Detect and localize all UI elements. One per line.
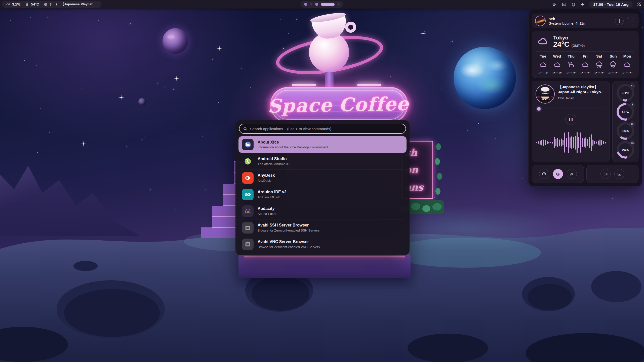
volume-icon[interactable]: [580, 2, 585, 7]
settings-button[interactable]: [615, 17, 624, 25]
power-button[interactable]: [627, 17, 635, 25]
app-icon: [242, 172, 254, 184]
forecast-day: Mon33°/26°: [620, 54, 634, 75]
workspace-indicator[interactable]: [301, 1, 343, 8]
progress-slider[interactable]: [536, 107, 606, 111]
star-sparkle: [121, 94, 122, 100]
search-bar[interactable]: [239, 124, 406, 134]
forecast-day: Tue33°/24°: [536, 54, 550, 75]
audio-visualizer: [536, 127, 606, 158]
app-row-anydesk[interactable]: AnyDeskAnyDesk: [238, 169, 407, 186]
forecast-weather-icon: [550, 60, 564, 70]
workspace-dot[interactable]: [310, 3, 312, 6]
app-description: Sound Editor: [258, 212, 276, 216]
notifications-bell-icon[interactable]: [571, 2, 576, 7]
scales-icon: [555, 172, 560, 176]
speedometer-icon: [6, 2, 10, 7]
side-panel: seb System Uptime: 4h11m Tokyo 24°C (GMT…: [528, 10, 642, 187]
app-description: Information about the Xfce Desktop Envir…: [258, 145, 328, 149]
star-sparkle: [83, 141, 84, 147]
app-row-audacity[interactable]: AudacitySound Editor: [238, 203, 407, 219]
thermometer-icon: [25, 2, 29, 7]
performance-mode-button[interactable]: [539, 169, 549, 179]
leaf-icon: [569, 172, 574, 176]
app-row-avahi-vnc[interactable]: Avahi VNC Server BrowserBrowse for Zeroc…: [238, 236, 407, 252]
temperature-gauge: 54°C: [617, 103, 634, 121]
thermometer-icon: [629, 102, 635, 108]
system-gauges: 3.1% 54°C 14% 24%: [612, 81, 638, 162]
track-title: 【Japanese Playlist】 Japan All Night - To…: [558, 84, 606, 95]
weather-timezone: (GMT+9): [572, 44, 585, 48]
star-sparkle: [423, 30, 423, 36]
forecast-day: Sun33°/26°: [606, 54, 620, 75]
app-description: The official Android IDE: [258, 162, 292, 166]
chip-icon: [629, 121, 635, 127]
weather-temp: 24°C: [553, 40, 570, 48]
wallpaper-icon[interactable]: [561, 2, 567, 7]
weather-city: Tokyo: [553, 35, 585, 40]
app-row-avahi-ssh[interactable]: Avahi SSH Server BrowserBrowse for Zeroc…: [238, 219, 407, 236]
power-saver-mode-button[interactable]: [567, 169, 577, 179]
pause-icon: [569, 118, 570, 121]
user-card: seb System Uptime: 4h11m: [532, 14, 638, 28]
app-description: Arduino IDE v2: [258, 195, 287, 199]
weather-card: Tokyo 24°C (GMT+9) Tue33°/24° Wed35°/25°…: [532, 31, 638, 78]
workspace-dot[interactable]: [315, 3, 318, 6]
forecast-day: Sat36°/26°: [592, 54, 606, 75]
music-player-card: TOKYO L 【Japanese Playlist】 Japan All Ni…: [532, 81, 610, 162]
forecast-day: Thu33°/26°: [564, 54, 578, 75]
forecast-weather-icon: [536, 60, 550, 70]
app-icon: [242, 189, 254, 200]
workspace-dot[interactable]: [304, 3, 307, 6]
sign-text: Space Coffee: [268, 93, 409, 117]
disk-icon: [629, 140, 635, 146]
forecast-day: Wed35°/25°: [550, 54, 564, 75]
top-bar: 3.1% 54°C 6.8G 【Japanese Playlist】 J... …: [0, 0, 644, 9]
speedometer-icon: [542, 172, 546, 176]
forecast-weather-icon: [606, 60, 620, 70]
app-description: Browse for Zeroconf-enabled VNC Servers: [258, 245, 320, 249]
workspace-dot[interactable]: [337, 3, 340, 6]
star-sparkle: [176, 75, 177, 81]
app-name: AnyDesk: [258, 173, 275, 178]
chip-icon: [44, 2, 48, 7]
neon-sign: Space Coffee: [270, 87, 408, 123]
app-row-android-studio[interactable]: Android StudioThe official Android IDE: [238, 153, 407, 169]
clock[interactable]: 17:09 - Tue, 19 Aug: [589, 1, 633, 8]
app-name: Android Studio: [258, 157, 292, 161]
cpu-gauge: 3.1%: [617, 84, 634, 102]
search-input[interactable]: [250, 127, 402, 131]
app-name: Arduino IDE v2: [258, 190, 287, 194]
pause-button[interactable]: [565, 114, 576, 125]
screenshot-button[interactable]: [614, 169, 624, 179]
small-moon: [138, 98, 146, 106]
star-sparkle: [219, 45, 220, 51]
app-description: Browse for Zeroconf-enabled SSH Servers: [258, 229, 319, 232]
earth-planet: [454, 47, 516, 109]
forecast-weather-icon: [578, 60, 592, 70]
power-icon: [629, 19, 633, 23]
screen-record-button[interactable]: [600, 169, 611, 179]
now-playing-pill[interactable]: 【Japanese Playlist】 J...: [51, 1, 102, 8]
app-name: About Xfce: [258, 140, 328, 145]
top-bar-right: Uc 17:09 - Tue, 19 Aug: [552, 0, 642, 9]
app-icon: [242, 156, 254, 167]
forecast-weather-icon: [564, 60, 578, 70]
dashboard-grid-icon[interactable]: [636, 2, 642, 7]
user-name: seb: [549, 17, 612, 21]
gear-icon: [617, 19, 622, 23]
forecast-weather-icon: [620, 60, 634, 70]
keyboard-layout-icon[interactable]: Uc: [552, 2, 557, 7]
app-description: AnyDesk: [258, 179, 275, 183]
sign-pole: [325, 72, 334, 88]
app-launcher: About XfceInformation about the Xfce Des…: [235, 120, 410, 255]
app-name: Avahi VNC Server Browser: [258, 240, 320, 244]
app-row-about-xfce[interactable]: About XfceInformation about the Xfce Des…: [238, 136, 407, 153]
slider-thumb[interactable]: [537, 107, 541, 111]
capture-group: [586, 165, 638, 183]
balanced-mode-button[interactable]: [553, 169, 563, 179]
forecast-weather-icon: [592, 60, 606, 70]
app-row-arduino[interactable]: Arduino IDE v2Arduino IDE v2: [238, 186, 407, 203]
cpu-stat: 3.1%: [6, 2, 20, 7]
workspace-active-pill[interactable]: [321, 3, 335, 6]
